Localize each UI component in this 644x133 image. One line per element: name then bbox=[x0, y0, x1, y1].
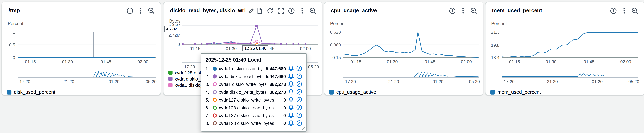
alarm-bell-icon[interactable] bbox=[288, 73, 294, 79]
x-tick-label: 01:20 bbox=[433, 79, 444, 84]
tooltip-metric-row[interactable]: 3. xvda1 diskio_write_bytes 882,278 bbox=[205, 80, 302, 88]
kebab-menu-icon[interactable] bbox=[460, 7, 466, 14]
dashboard: /tmp Percent 10.5001:1501:3001:4502:00 1… bbox=[0, 0, 644, 133]
open-metric-link-icon[interactable] bbox=[296, 65, 302, 71]
metric-name: xvda127 diskio_write_bytes bbox=[219, 97, 280, 102]
zoom-out-icon[interactable] bbox=[631, 7, 638, 14]
alarm-bell-icon[interactable] bbox=[288, 89, 294, 95]
timeline-brush[interactable]: 17:2021:2001:2005:20 bbox=[7, 69, 157, 83]
x-tick-label: 01:45 bbox=[584, 59, 594, 64]
legend-label[interactable]: disk_used_percent bbox=[14, 89, 56, 95]
legend-color-chip bbox=[329, 90, 334, 94]
legend-color-chip bbox=[7, 90, 12, 94]
alarm-bell-icon[interactable] bbox=[288, 81, 294, 87]
metric-name: xvda diskio_read_bytes bbox=[219, 74, 262, 79]
resize-handle[interactable] bbox=[302, 126, 306, 130]
legend-label[interactable]: cpu_usage_active bbox=[336, 89, 376, 95]
tooltip-metric-row[interactable]: 8. xvda128 diskio_write_bytes 0 bbox=[205, 119, 302, 127]
info-icon[interactable] bbox=[126, 7, 134, 14]
legend-color-chip bbox=[490, 90, 495, 94]
open-metric-link-icon[interactable] bbox=[296, 81, 302, 87]
main-chart[interactable]: 5.45M2.72M001:1501:3001:4502:00 bbox=[168, 25, 319, 58]
timeline-brush[interactable]: 17:2021:2001:2005:20 bbox=[490, 69, 641, 83]
metric-color-dot bbox=[213, 121, 217, 125]
x-tick-label: 02:00 bbox=[461, 59, 472, 64]
metric-color-dot bbox=[213, 90, 217, 94]
kebab-menu-icon[interactable] bbox=[137, 7, 144, 14]
legend-label[interactable]: mem_used_percent bbox=[498, 89, 541, 95]
kebab-menu-icon[interactable] bbox=[620, 7, 628, 14]
edit-title-pencil-icon[interactable] bbox=[248, 8, 254, 14]
metric-value: 0 bbox=[284, 113, 286, 118]
main-chart[interactable]: 21.319.818.401:1501:3001:4502:00 bbox=[490, 32, 641, 65]
metric-value: 0 bbox=[284, 97, 286, 102]
alarm-bell-icon[interactable] bbox=[288, 104, 294, 111]
chart-canvas bbox=[502, 32, 638, 58]
open-metric-link-icon[interactable] bbox=[296, 89, 302, 95]
open-metric-link-icon[interactable] bbox=[296, 73, 302, 79]
tooltip-metric-row[interactable]: 1. xvda1 diskio_read_bytes 5,447,680 bbox=[205, 65, 302, 72]
metrics-tooltip: 2025-12-25 01:40 Local 1. xvda1 diskio_r… bbox=[201, 54, 307, 132]
open-metric-link-icon[interactable] bbox=[296, 104, 302, 111]
x-tick-label: 21:20 bbox=[388, 79, 399, 84]
metric-color-dot bbox=[213, 113, 217, 117]
timeline-brush[interactable]: 17:2021:2001:2005:20 bbox=[329, 69, 480, 83]
zoom-out-icon[interactable] bbox=[148, 7, 155, 14]
info-icon[interactable] bbox=[449, 7, 456, 14]
alarm-bell-icon[interactable] bbox=[288, 120, 294, 126]
y-tick-label: 0 bbox=[168, 42, 180, 47]
x-tick-label: 01:15 bbox=[509, 59, 520, 64]
tooltip-timestamp: 2025-12-25 01:40 Local bbox=[205, 57, 302, 63]
tooltip-metric-row[interactable]: 7. xvda127 diskio_read_bytes 0 bbox=[205, 111, 302, 119]
x-tick-label: 17:20 bbox=[345, 79, 356, 84]
hover-x-value-box: 12-25 01:40 bbox=[242, 45, 268, 51]
x-tick-label: 02:00 bbox=[300, 46, 311, 51]
tooltip-metric-row[interactable]: 4. xvda diskio_write_bytes 882,278 bbox=[205, 88, 302, 96]
metric-color-dot bbox=[213, 98, 217, 102]
open-metric-link-icon[interactable] bbox=[296, 112, 302, 118]
y-tick-label: 19.8 bbox=[490, 43, 500, 48]
x-tick-label: 02:00 bbox=[620, 59, 631, 64]
widget-toolbar bbox=[449, 7, 477, 14]
chart-canvas bbox=[502, 69, 638, 78]
kebab-menu-icon[interactable] bbox=[298, 7, 306, 14]
widget-toolbar bbox=[256, 7, 316, 14]
widget-toolbar bbox=[126, 7, 155, 14]
row-number: 5. bbox=[205, 97, 211, 102]
tooltip-metric-row[interactable]: 5. xvda127 diskio_write_bytes 0 bbox=[205, 96, 302, 104]
widget-tmp: /tmp Percent 10.5001:1501:3001:4502:00 1… bbox=[2, 2, 161, 95]
info-icon[interactable] bbox=[288, 7, 295, 14]
main-chart[interactable]: 0.6280.3890.1501:1501:3001:4502:00 bbox=[329, 32, 480, 65]
y-tick-label: 21.3 bbox=[490, 30, 500, 35]
chart-canvas bbox=[343, 69, 479, 78]
info-icon[interactable] bbox=[610, 7, 617, 14]
alarm-bell-icon[interactable] bbox=[288, 97, 294, 103]
metric-name: xvda1 diskio_write_bytes bbox=[219, 82, 266, 87]
widget-header: cpu_usage_active bbox=[324, 2, 483, 15]
tooltip-metric-row[interactable]: 6. xvda128 diskio_read_bytes 0 bbox=[205, 104, 302, 111]
refresh-icon[interactable] bbox=[266, 7, 274, 14]
y-tick-label: 0.389 bbox=[329, 42, 341, 47]
zoom-out-icon[interactable] bbox=[309, 7, 316, 14]
x-tick-label: 21:20 bbox=[64, 79, 74, 84]
chart-canvas bbox=[18, 32, 156, 58]
tooltip-metric-row[interactable]: 2. xvda diskio_read_bytes 5,447,680 bbox=[205, 72, 302, 80]
fullscreen-icon[interactable] bbox=[277, 7, 284, 14]
y-axis-unit: Bytes bbox=[169, 19, 180, 24]
x-tick-label: 05:20 bbox=[308, 64, 319, 69]
alarm-bell-icon[interactable] bbox=[288, 65, 294, 71]
y-tick-label: 0.15 bbox=[329, 55, 341, 60]
legend: mem_used_percent bbox=[490, 86, 639, 95]
copy-icon[interactable] bbox=[256, 7, 263, 14]
open-metric-link-icon[interactable] bbox=[296, 120, 302, 126]
metric-color-dot bbox=[213, 82, 217, 86]
open-metric-link-icon[interactable] bbox=[296, 97, 302, 103]
zoom-out-icon[interactable] bbox=[470, 7, 477, 14]
main-chart[interactable]: 10.5001:1501:3001:4502:00 bbox=[7, 32, 157, 65]
widget-mem: mem_used_percent Percent 21.319.818.401:… bbox=[485, 2, 644, 95]
metric-value: 5,447,680 bbox=[266, 74, 286, 79]
x-tick-label: 17:20 bbox=[184, 64, 195, 69]
y-tick-label: 0 bbox=[7, 55, 15, 60]
metric-value: 5,447,680 bbox=[266, 66, 286, 71]
alarm-bell-icon[interactable] bbox=[288, 112, 294, 118]
